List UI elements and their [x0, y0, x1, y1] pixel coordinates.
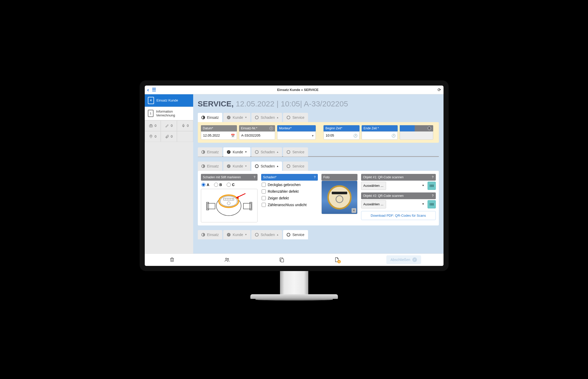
main-content: SERVICE, 12.05.2022 | 10:05| A-33/202205…: [193, 94, 444, 254]
chevron-down-icon: ▾: [245, 116, 247, 119]
help-icon[interactable]: ?: [432, 175, 434, 179]
chk-zeiger[interactable]: Zeiger defekt: [262, 196, 317, 200]
qr2-select[interactable]: Auswählen ...: [361, 200, 386, 208]
sidebar-item-label: Einsatz Kunde: [157, 98, 178, 102]
beginn-zeit-input[interactable]: [323, 131, 360, 140]
svg-rect-27: [430, 203, 431, 205]
document-cost-button[interactable]: $: [331, 255, 342, 265]
photo-thumbnail[interactable]: ✕: [321, 181, 357, 214]
chevron-down-icon: ▾: [422, 202, 424, 206]
panel-header: Schaden*?: [261, 174, 318, 181]
field-label: ?: [400, 125, 433, 131]
help-icon[interactable]: ?: [314, 175, 316, 179]
count-pin[interactable]: 0: [145, 131, 161, 142]
panel-header: Schaden mit Stift markieren?: [201, 174, 258, 181]
list-icon[interactable]: ☰: [152, 87, 156, 92]
tab-service[interactable]: Service: [283, 147, 308, 157]
field-label: Beginn Zeit*: [323, 125, 360, 131]
users-button[interactable]: [222, 255, 232, 265]
datum-input[interactable]: [201, 131, 237, 140]
tab-einsatz[interactable]: Einsatz: [198, 230, 223, 239]
tab-kunde[interactable]: Kunde▾: [223, 147, 250, 157]
field-label: Ende Zeit *: [362, 125, 398, 131]
sidebar-item-label: Information Verrechnung: [156, 110, 190, 117]
trash-button[interactable]: [167, 255, 177, 265]
section-tabs-kunde: Einsatz Kunde▾ Schaden▴ Service: [198, 147, 439, 157]
mark-radios: A B C: [201, 181, 258, 189]
svg-rect-30: [432, 203, 432, 205]
help-icon[interactable]: ?: [254, 175, 255, 179]
radio-c[interactable]: C: [227, 183, 235, 187]
svg-rect-34: [281, 259, 284, 262]
refresh-icon[interactable]: ⟳: [438, 87, 441, 92]
svg-rect-22: [431, 184, 431, 187]
chk-anschluss[interactable]: Zähleranschluss undicht: [262, 203, 317, 207]
copy-button[interactable]: [277, 255, 287, 265]
tab-schaden[interactable]: Schaden▴: [251, 113, 282, 122]
svg-rect-28: [431, 203, 431, 205]
tab-kunde[interactable]: Kunde▾: [223, 230, 250, 239]
chevron-up-icon: ▴: [277, 150, 278, 154]
panel-header: Objekt #2: QR-Code scannen?: [361, 192, 436, 199]
count-mic[interactable]: 0: [177, 120, 193, 131]
sidebar-item-information-verrechnung[interactable]: 1 Information Verrechnung: [145, 107, 193, 120]
scan-button[interactable]: [428, 182, 436, 190]
tab-schaden[interactable]: Schaden▴: [251, 162, 282, 171]
radio-a[interactable]: A: [201, 183, 209, 187]
complete-button[interactable]: Abschließen✓: [386, 255, 421, 264]
chevron-down-icon: ▾: [245, 233, 247, 236]
count-camera[interactable]: 0: [145, 120, 161, 131]
tab-einsatz[interactable]: Einsatz: [198, 147, 223, 157]
einsatz-card: Datum* 📅 Einsatz-Nr.*? Monteur* ▾: [198, 122, 439, 143]
tab-service[interactable]: Service: [283, 230, 308, 239]
count-attach[interactable]: 0: [161, 131, 177, 142]
monteur-select[interactable]: [277, 131, 316, 140]
footer-toolbar: $ Abschließen✓: [145, 254, 444, 266]
help-icon[interactable]: ?: [432, 194, 434, 198]
chevron-down-icon: ▾: [422, 184, 424, 187]
scan-button[interactable]: [428, 200, 436, 208]
svg-rect-21: [430, 184, 431, 187]
tab-service[interactable]: Service: [283, 113, 308, 122]
chk-rollenzaehler[interactable]: Rollenzähler defekt: [262, 189, 317, 193]
tab-kunde[interactable]: Kunde▾: [223, 113, 250, 122]
field-label: Monteur*: [277, 125, 316, 131]
chevron-down-icon: ▾: [245, 164, 247, 168]
top-bar: ‹ ☰ Einsatz Kunde « SERVICE ⟳: [145, 86, 444, 94]
download-pdf-button[interactable]: Download PDF: QR-Codes für Scans: [361, 211, 436, 220]
tab-einsatz[interactable]: Einsatz: [198, 162, 223, 171]
tab-schaden[interactable]: Schaden▴: [251, 147, 282, 157]
tab-einsatz[interactable]: Einsatz: [198, 113, 223, 122]
qr1-select[interactable]: Auswählen ...: [361, 182, 386, 190]
help-icon[interactable]: ?: [269, 127, 273, 130]
back-icon[interactable]: ‹: [147, 87, 149, 93]
field-label: Einsatz-Nr.*?: [239, 125, 275, 131]
radio-b[interactable]: B: [214, 183, 222, 187]
chevron-down-icon: ▾: [245, 150, 247, 154]
tab-kunde[interactable]: Kunde▾: [223, 162, 250, 171]
ende-zeit-input[interactable]: [362, 131, 398, 140]
panel-header: Foto: [321, 174, 357, 181]
check-icon: ✓: [412, 257, 417, 262]
help-icon[interactable]: ?: [428, 127, 431, 130]
svg-rect-24: [432, 184, 432, 187]
tab-schaden[interactable]: Schaden▴: [251, 230, 282, 239]
svg-rect-23: [432, 184, 432, 187]
field-label: Datum*: [201, 125, 237, 131]
meter-photo-icon: [327, 185, 352, 209]
svg-point-33: [227, 258, 229, 260]
tab-service[interactable]: Service: [283, 162, 308, 171]
document-icon: 4: [148, 97, 154, 104]
count-pencil[interactable]: 0: [161, 120, 177, 131]
extra-input[interactable]: [400, 131, 433, 140]
meter-illustration[interactable]: [201, 189, 258, 222]
sidebar-item-einsatz-kunde[interactable]: 4 Einsatz Kunde: [145, 94, 193, 107]
page-title: Einsatz Kunde « SERVICE: [158, 88, 437, 92]
document-icon: 1: [148, 110, 154, 117]
einsatz-nr-input[interactable]: [239, 131, 275, 140]
chk-deckglas[interactable]: Deckglas gebrochen: [262, 183, 317, 187]
svg-rect-31: [433, 203, 433, 205]
remove-photo-icon[interactable]: ✕: [352, 208, 356, 213]
chevron-up-icon: ▴: [277, 233, 278, 236]
svg-rect-20: [430, 184, 430, 187]
